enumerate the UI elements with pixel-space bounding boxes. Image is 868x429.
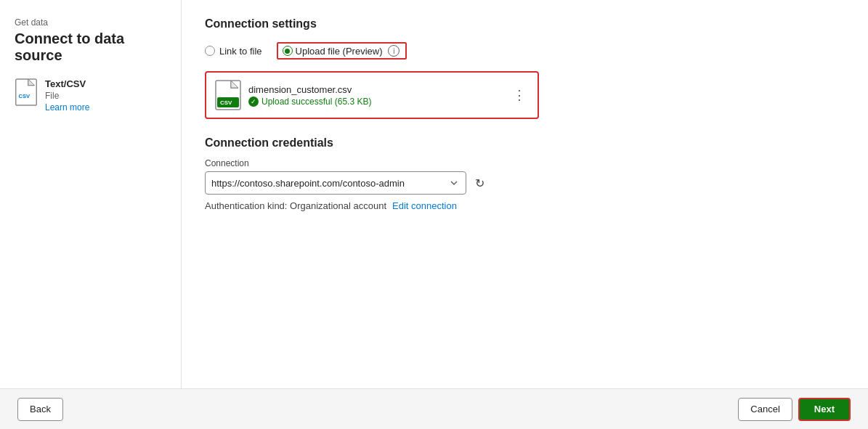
connection-settings-title: Connection settings: [205, 17, 845, 30]
file-type-info: Text/CSV File Learn more: [45, 78, 89, 113]
credentials-section: Connection credentials Connection https:…: [205, 136, 845, 211]
csv-sidebar-icon: CSV: [15, 78, 38, 106]
upload-file-radio[interactable]: [283, 46, 293, 56]
upload-file-option-box[interactable]: Upload file (Preview) i: [277, 42, 407, 60]
more-options-icon[interactable]: ⋮: [510, 87, 529, 103]
file-info: CSV dimension_customer.csv ✓ Upload succ…: [215, 80, 371, 110]
edit-connection-link[interactable]: Edit connection: [392, 200, 457, 211]
connection-row: https://contoso.sharepoint.com/contoso-a…: [205, 171, 845, 195]
page-title: Connect to data source: [15, 30, 166, 64]
footer: Back Cancel Next: [0, 388, 868, 429]
svg-text:CSV: CSV: [19, 93, 31, 99]
link-to-file-option[interactable]: Link to file: [205, 46, 262, 57]
learn-more-link[interactable]: Learn more: [45, 102, 89, 113]
link-to-file-radio[interactable]: [205, 46, 215, 56]
radio-inner-dot: [285, 49, 290, 54]
radio-group: Link to file Upload file (Preview) i: [205, 42, 845, 60]
right-panel: Connection settings Link to file Upload …: [182, 0, 868, 388]
auth-kind-label: Authentication kind: Organizational acco…: [205, 200, 386, 211]
sidebar: Get data Connect to data source CSV Text…: [0, 0, 182, 388]
link-to-file-label: Link to file: [219, 46, 262, 57]
cancel-button[interactable]: Cancel: [738, 398, 792, 421]
upload-status: ✓ Upload successful (65.3 KB): [248, 97, 371, 107]
connection-field-label: Connection: [205, 158, 845, 168]
upload-file-box: CSV dimension_customer.csv ✓ Upload succ…: [205, 71, 539, 119]
file-name: dimension_customer.csv: [248, 84, 371, 95]
file-details: dimension_customer.csv ✓ Upload successf…: [248, 84, 371, 107]
upload-file-label: Upload file (Preview): [296, 46, 383, 57]
get-data-label: Get data: [15, 17, 166, 28]
back-button[interactable]: Back: [17, 398, 63, 421]
upload-status-text: Upload successful (65.3 KB): [261, 97, 371, 107]
check-circle-icon: ✓: [248, 97, 259, 107]
connection-select[interactable]: https://contoso.sharepoint.com/contoso-a…: [205, 171, 466, 195]
footer-right: Cancel Next: [738, 398, 851, 421]
file-type-name: Text/CSV: [45, 78, 89, 89]
csv-file-icon: CSV: [215, 80, 241, 110]
auth-row: Authentication kind: Organizational acco…: [205, 200, 845, 211]
refresh-button[interactable]: ↻: [472, 173, 487, 193]
next-button[interactable]: Next: [798, 398, 851, 421]
credentials-title: Connection credentials: [205, 136, 845, 150]
footer-left: Back: [17, 398, 63, 421]
svg-text:CSV: CSV: [220, 99, 232, 106]
file-type-item: CSV Text/CSV File Learn more: [15, 78, 166, 113]
file-type-ext: File: [45, 91, 89, 101]
info-icon[interactable]: i: [388, 45, 399, 57]
